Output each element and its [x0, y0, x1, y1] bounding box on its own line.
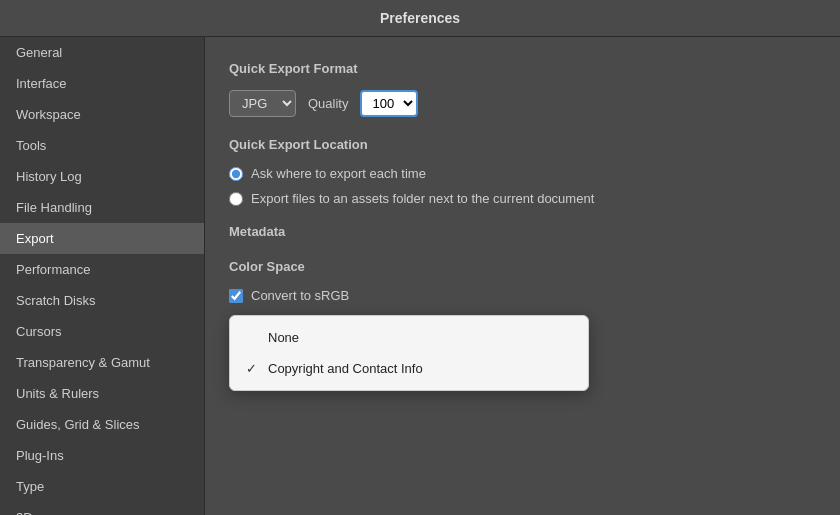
- quality-label: Quality: [308, 96, 348, 111]
- sidebar-item-export[interactable]: Export: [0, 223, 204, 254]
- dropdown-item-none[interactable]: None: [230, 322, 588, 353]
- quick-export-location-title: Quick Export Location: [229, 137, 816, 152]
- format-select[interactable]: JPGPNGGIFSVG: [229, 90, 296, 117]
- quick-export-format-section: Quick Export Format JPGPNGGIFSVG Quality…: [229, 61, 816, 117]
- quality-select[interactable]: 10090807060: [360, 90, 418, 117]
- color-space-title: Color Space: [229, 259, 816, 274]
- format-row: JPGPNGGIFSVG Quality 10090807060: [229, 90, 816, 117]
- convert-srgb-option[interactable]: Convert to sRGB: [229, 288, 816, 303]
- metadata-dropdown[interactable]: None ✓ Copyright and Contact Info: [229, 315, 589, 391]
- title-bar: Preferences: [0, 0, 840, 37]
- radio-option-2[interactable]: Export files to an assets folder next to…: [229, 191, 816, 206]
- sidebar-item-plug-ins[interactable]: Plug-Ins: [0, 440, 204, 471]
- sidebar-item-transparency-gamut[interactable]: Transparency & Gamut: [0, 347, 204, 378]
- radio-ask-label: Ask where to export each time: [251, 166, 426, 181]
- sidebar-item-type[interactable]: Type: [0, 471, 204, 502]
- convert-srgb-label: Convert to sRGB: [251, 288, 349, 303]
- metadata-section: Metadata: [229, 224, 816, 239]
- sidebar-item-performance[interactable]: Performance: [0, 254, 204, 285]
- sidebar-item-workspace[interactable]: Workspace: [0, 99, 204, 130]
- sidebar-item-history-log[interactable]: History Log: [0, 161, 204, 192]
- main-container: GeneralInterfaceWorkspaceToolsHistory Lo…: [0, 37, 840, 515]
- sidebar: GeneralInterfaceWorkspaceToolsHistory Lo…: [0, 37, 205, 515]
- sidebar-item-general[interactable]: General: [0, 37, 204, 68]
- quick-export-format-title: Quick Export Format: [229, 61, 816, 76]
- dropdown-copyright-label: Copyright and Contact Info: [268, 361, 423, 376]
- content-area: Quick Export Format JPGPNGGIFSVG Quality…: [205, 37, 840, 515]
- sidebar-item-scratch-disks[interactable]: Scratch Disks: [0, 285, 204, 316]
- color-space-section: Color Space Convert to sRGB: [229, 259, 816, 303]
- sidebar-item-file-handling[interactable]: File Handling: [0, 192, 204, 223]
- check-copyright: ✓: [246, 361, 262, 376]
- convert-srgb-checkbox[interactable]: [229, 289, 243, 303]
- dropdown-none-label: None: [268, 330, 299, 345]
- radio-assets[interactable]: [229, 192, 243, 206]
- sidebar-item-interface[interactable]: Interface: [0, 68, 204, 99]
- title-text: Preferences: [380, 10, 460, 26]
- sidebar-item-3d[interactable]: 3D: [0, 502, 204, 515]
- dropdown-item-copyright[interactable]: ✓ Copyright and Contact Info: [230, 353, 588, 384]
- radio-option-1[interactable]: Ask where to export each time: [229, 166, 816, 181]
- sidebar-item-cursors[interactable]: Cursors: [0, 316, 204, 347]
- sidebar-item-guides-grid-slices[interactable]: Guides, Grid & Slices: [0, 409, 204, 440]
- quick-export-location-section: Quick Export Location Ask where to expor…: [229, 137, 816, 206]
- sidebar-item-tools[interactable]: Tools: [0, 130, 204, 161]
- radio-ask[interactable]: [229, 167, 243, 181]
- sidebar-item-units-rulers[interactable]: Units & Rulers: [0, 378, 204, 409]
- check-none: [246, 330, 262, 345]
- radio-assets-label: Export files to an assets folder next to…: [251, 191, 594, 206]
- metadata-title: Metadata: [229, 224, 816, 239]
